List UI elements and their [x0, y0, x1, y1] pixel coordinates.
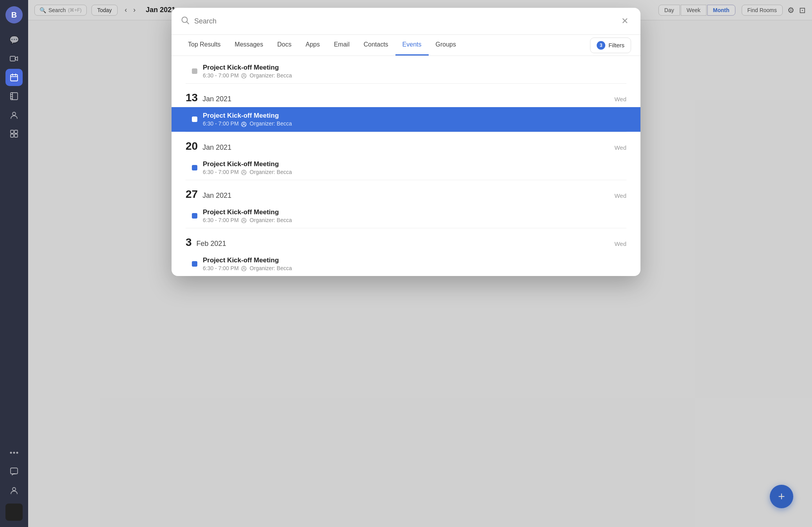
date-month: Jan 2021 — [202, 192, 231, 200]
svg-rect-1 — [11, 75, 18, 81]
svg-point-17 — [16, 452, 18, 454]
sidebar-item-chat[interactable]: 💬 — [5, 31, 23, 48]
event-row[interactable]: Project Kick-off Meeting 6:30 - 7:00 PM … — [172, 107, 640, 131]
search-header: ✕ — [172, 8, 640, 35]
event-dot — [192, 261, 197, 267]
event-dot — [192, 117, 197, 122]
svg-point-15 — [10, 452, 12, 454]
sidebar-avatar[interactable]: B — [5, 6, 23, 23]
date-header-left: 13 Jan 2021 — [186, 91, 231, 104]
sidebar-item-team[interactable] — [5, 106, 23, 124]
date-header-2: 20 Jan 2021 Wed — [172, 132, 640, 156]
event-organizer: Organizer: Becca — [250, 72, 292, 79]
tabs-row: Top Results Messages Docs Apps Email Con… — [172, 35, 640, 56]
svg-rect-11 — [11, 130, 14, 133]
event-dot — [192, 165, 197, 170]
filters-button[interactable]: 3 Filters — [590, 38, 631, 53]
date-header-left: 27 Jan 2021 — [186, 188, 231, 201]
organizer-icon — [241, 120, 247, 127]
event-meta: 6:30 - 7:00 PM Organizer: Becca — [203, 72, 626, 79]
svg-rect-12 — [14, 130, 18, 133]
event-row[interactable]: Project Kick-off Meeting 6:30 - 7:00 PM … — [172, 204, 640, 228]
svg-rect-13 — [11, 134, 14, 137]
tab-messages[interactable]: Messages — [228, 35, 270, 56]
event-time: 6:30 - 7:00 PM — [203, 265, 239, 271]
event-title: Project Kick-off Meeting — [203, 208, 626, 216]
organizer-icon — [241, 217, 247, 223]
event-time: 6:30 - 7:00 PM — [203, 217, 239, 223]
event-organizer: Organizer: Becca — [250, 169, 292, 175]
date-month: Feb 2021 — [197, 240, 226, 248]
event-info: Project Kick-off Meeting 6:30 - 7:00 PM … — [203, 256, 626, 271]
event-dot — [192, 68, 197, 74]
event-time: 6:30 - 7:00 PM — [203, 72, 239, 79]
event-info: Project Kick-off Meeting 6:30 - 7:00 PM … — [203, 208, 626, 223]
sidebar-item-more[interactable] — [5, 444, 23, 461]
date-weekday: Wed — [614, 96, 626, 102]
event-info: Project Kick-off Meeting 6:30 - 7:00 PM … — [203, 112, 626, 127]
event-organizer: Organizer: Becca — [250, 217, 292, 223]
svg-point-29 — [243, 219, 245, 221]
sidebar-item-contacts[interactable] — [5, 88, 23, 105]
event-dot — [192, 213, 197, 219]
results-list: Project Kick-off Meeting 6:30 - 7:00 PM … — [172, 56, 640, 276]
date-month: Jan 2021 — [202, 143, 231, 152]
filters-badge: 3 — [597, 41, 605, 50]
event-meta: 6:30 - 7:00 PM Organizer: Becca — [203, 169, 626, 175]
date-header-left: 20 Jan 2021 — [186, 140, 231, 152]
event-meta: 6:30 - 7:00 PM Organizer: Becca — [203, 120, 626, 127]
tab-groups[interactable]: Groups — [429, 35, 463, 56]
svg-line-21 — [187, 22, 189, 24]
date-header-4: 3 Feb 2021 Wed — [172, 228, 640, 252]
sidebar: B 💬 — [0, 0, 28, 527]
date-day: 27 — [186, 188, 198, 201]
search-modal: ✕ Top Results Messages Docs Apps Email C… — [172, 8, 640, 276]
event-time: 6:30 - 7:00 PM — [203, 169, 239, 175]
tab-apps[interactable]: Apps — [299, 35, 327, 56]
search-icon — [181, 16, 190, 27]
sidebar-item-video[interactable] — [5, 50, 23, 67]
event-title: Project Kick-off Meeting — [203, 112, 626, 120]
organizer-icon — [241, 72, 247, 79]
search-input[interactable] — [194, 17, 614, 25]
svg-rect-18 — [11, 468, 18, 474]
event-info: Project Kick-off Meeting 6:30 - 7:00 PM … — [203, 160, 626, 175]
event-row[interactable]: Project Kick-off Meeting 6:30 - 7:00 PM … — [172, 156, 640, 180]
event-title: Project Kick-off Meeting — [203, 256, 626, 264]
sidebar-item-user[interactable] — [5, 482, 23, 499]
svg-point-23 — [243, 75, 245, 76]
event-row[interactable]: Project Kick-off Meeting 6:30 - 7:00 PM … — [172, 252, 640, 276]
date-day: 13 — [186, 91, 198, 104]
svg-rect-0 — [10, 56, 15, 61]
svg-rect-14 — [14, 134, 18, 137]
date-weekday: Wed — [614, 240, 626, 247]
tab-top-results[interactable]: Top Results — [181, 35, 228, 56]
tab-contacts[interactable]: Contacts — [356, 35, 395, 56]
date-header-left: 3 Feb 2021 — [186, 236, 226, 249]
event-time: 6:30 - 7:00 PM — [203, 120, 239, 127]
event-info: Project Kick-off Meeting 6:30 - 7:00 PM … — [203, 64, 626, 79]
tab-docs[interactable]: Docs — [270, 35, 299, 56]
svg-point-27 — [243, 171, 245, 172]
date-day: 20 — [186, 140, 198, 152]
date-day: 3 — [186, 236, 192, 249]
svg-point-31 — [243, 267, 245, 269]
event-organizer: Organizer: Becca — [250, 120, 292, 127]
event-title: Project Kick-off Meeting — [203, 160, 626, 168]
organizer-icon — [241, 265, 247, 271]
tab-events[interactable]: Events — [395, 35, 429, 56]
sidebar-item-apps[interactable] — [5, 125, 23, 142]
date-header-3: 27 Jan 2021 Wed — [172, 180, 640, 204]
event-title: Project Kick-off Meeting — [203, 64, 626, 72]
svg-point-25 — [243, 123, 245, 124]
event-row[interactable]: Project Kick-off Meeting 6:30 - 7:00 PM … — [172, 59, 640, 83]
event-organizer: Organizer: Becca — [250, 265, 292, 271]
sidebar-item-chat2[interactable] — [5, 463, 23, 480]
organizer-icon — [241, 169, 247, 175]
sidebar-item-calendar[interactable] — [5, 69, 23, 86]
event-meta: 6:30 - 7:00 PM Organizer: Becca — [203, 265, 626, 271]
tab-email[interactable]: Email — [327, 35, 356, 56]
sidebar-bottom-block — [5, 504, 23, 521]
search-close-button[interactable]: ✕ — [619, 15, 631, 27]
svg-point-16 — [13, 452, 15, 454]
